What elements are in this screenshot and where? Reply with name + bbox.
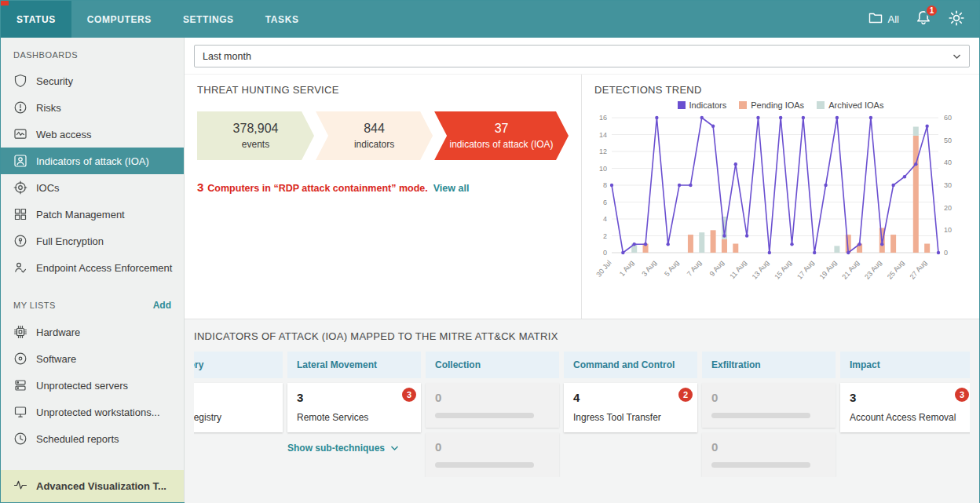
- svg-text:0: 0: [944, 249, 948, 257]
- sidebar-item-label: Scheduled reports: [36, 433, 119, 445]
- view-all-link[interactable]: View all: [433, 183, 470, 194]
- technique-count: 0: [435, 391, 550, 404]
- technique-card-account-access-removal[interactable]: 3Account Access Removal3: [840, 383, 970, 432]
- matrix-column-impact: Impact3Account Access Removal3: [840, 352, 970, 477]
- mitre-matrix-section: INDICATORS OF ATTACK (IOA) MAPPED TO THE…: [185, 319, 979, 503]
- mitre-matrix-title: INDICATORS OF ATTACK (IOA) MAPPED TO THE…: [194, 330, 970, 342]
- folder-icon: [868, 10, 883, 28]
- svg-text:12: 12: [599, 148, 607, 155]
- chevron-down-icon: [390, 446, 399, 451]
- show-sub-techniques-link[interactable]: Show sub-techniques: [287, 443, 421, 454]
- svg-text:10: 10: [599, 165, 607, 173]
- ioa-person-icon: [13, 154, 27, 168]
- svg-text:4: 4: [603, 215, 607, 223]
- legend-label: Indicators: [689, 100, 727, 110]
- sidebar-item-security[interactable]: Security: [1, 67, 184, 94]
- sidebar-item-advanced-visualization[interactable]: Advanced Visualization T...: [1, 470, 184, 502]
- svg-text:6: 6: [603, 199, 607, 206]
- svg-text:20: 20: [944, 204, 952, 212]
- time-range-dropdown[interactable]: Last month: [194, 45, 970, 67]
- technique-card-empty: 0: [702, 432, 836, 477]
- filter-all-button[interactable]: All: [868, 10, 899, 28]
- tab-tasks[interactable]: TASKS: [250, 1, 315, 38]
- sidebar: DASHBOARDS SecurityRisksWeb accessIndica…: [1, 38, 185, 502]
- topbar-actions: All 1: [868, 1, 979, 38]
- time-range-value: Last month: [203, 51, 251, 62]
- filter-row: Last month: [185, 38, 979, 74]
- sidebar-item-hardware[interactable]: Hardware: [1, 319, 184, 345]
- bell-icon: [915, 16, 932, 29]
- legend-item-archived-ioas[interactable]: Archived IOAs: [817, 100, 883, 110]
- technique-card-remote-services[interactable]: 3Remote Services3: [287, 383, 421, 432]
- encryption-icon: [13, 234, 27, 248]
- matrix-column-discovery: Discovery1Query Registry: [194, 352, 283, 477]
- sidebar-item-software[interactable]: Software: [1, 345, 184, 372]
- chart-legend: IndicatorsPending IOAsArchived IOAs: [594, 100, 967, 110]
- sidebar-item-unprotected-workstations[interactable]: Unprotected workstations...: [1, 399, 184, 425]
- folder-filter-label: All: [888, 13, 899, 25]
- technique-card-ingress-tool-transfer[interactable]: 4Ingress Tool Transfer2: [564, 383, 697, 432]
- svg-text:30: 30: [944, 181, 952, 189]
- ioa-count-badge: 3: [402, 388, 416, 402]
- ioa-count-badge: 2: [678, 388, 693, 402]
- web-access-icon: [13, 127, 27, 141]
- sidebar-item-risks[interactable]: Risks: [1, 94, 184, 121]
- sidebar-item-unprotected-servers[interactable]: Unprotected servers: [1, 372, 184, 399]
- svg-text:25 Aug: 25 Aug: [886, 259, 906, 281]
- sidebar-item-indicators-of-attack-ioa[interactable]: Indicators of attack (IOA): [1, 148, 184, 174]
- matrix-column-header: Discovery: [194, 352, 283, 378]
- tab-settings[interactable]: SETTINGS: [167, 1, 250, 38]
- my-lists-title: MY LISTS: [13, 301, 56, 310]
- sidebar-item-label: Software: [36, 353, 76, 365]
- risk-icon: [13, 100, 27, 115]
- funnel-stage-indicators[interactable]: 844indicators: [316, 111, 433, 160]
- sidebar-item-label: Unprotected servers: [36, 380, 128, 392]
- add-list-link[interactable]: Add: [153, 300, 171, 311]
- svg-text:11 Aug: 11 Aug: [728, 259, 748, 280]
- sidebar-item-iocs[interactable]: IOCs: [1, 174, 184, 201]
- sidebar-item-label: Endpoint Access Enforcement: [36, 262, 172, 274]
- placeholder-bar: [711, 462, 810, 468]
- sidebar-item-endpoint-access-enforcement[interactable]: Endpoint Access Enforcement: [1, 254, 184, 281]
- settings-gear-button[interactable]: [948, 9, 965, 30]
- technique-count: 1: [194, 391, 273, 404]
- svg-text:19 Aug: 19 Aug: [818, 259, 839, 281]
- sidebar-item-label: Risks: [36, 102, 61, 114]
- svg-text:3 Aug: 3 Aug: [640, 259, 657, 278]
- tab-computers[interactable]: COMPUTERS: [71, 1, 167, 38]
- legend-item-pending-ioas[interactable]: Pending IOAs: [739, 100, 804, 110]
- sidebar-item-patch-management[interactable]: Patch Management: [1, 201, 184, 228]
- my-lists-header: MY LISTS Add: [1, 292, 184, 319]
- technique-name: Remote Services: [297, 412, 411, 423]
- funnel-stage-label: indicators of attack (IOA): [450, 139, 554, 150]
- funnel-stage-indicators-of-attack-ioa[interactable]: 37indicators of attack (IOA): [434, 111, 569, 160]
- sidebar-item-scheduled-reports[interactable]: Scheduled reports: [1, 425, 184, 452]
- chevron-down-icon: [953, 51, 961, 62]
- matrix-column-header: Exfiltration: [702, 352, 836, 378]
- technique-card-query-registry[interactable]: 1Query Registry: [194, 383, 283, 432]
- technique-card-empty: 0: [426, 432, 559, 477]
- legend-swatch: [817, 101, 825, 109]
- svg-text:8: 8: [603, 181, 607, 189]
- funnel-stage-events[interactable]: 378,904events: [197, 111, 314, 160]
- detections-trend-title: DETECTIONS TREND: [594, 84, 967, 96]
- sidebar-item-web-access[interactable]: Web access: [1, 121, 184, 148]
- notifications-button[interactable]: 1: [915, 9, 932, 30]
- legend-item-indicators[interactable]: Indicators: [678, 100, 727, 110]
- funnel-stage-value: 844: [364, 122, 385, 136]
- sidebar-item-full-encryption[interactable]: Full Encryption: [1, 228, 184, 254]
- matrix-column-command-and-control: Command and Control4Ingress Tool Transfe…: [564, 352, 697, 477]
- technique-count: 0: [435, 440, 550, 454]
- matrix-column-exfiltration: Exfiltration00: [702, 352, 836, 477]
- tab-status[interactable]: STATUS: [1, 1, 71, 38]
- matrix-column-collection: Collection00: [426, 352, 559, 477]
- svg-text:23 Aug: 23 Aug: [863, 259, 883, 281]
- svg-text:21 Aug: 21 Aug: [840, 259, 861, 281]
- hardware-chip-icon: [13, 325, 27, 339]
- legend-label: Pending IOAs: [751, 100, 804, 110]
- matrix-column-header: Command and Control: [564, 352, 697, 378]
- svg-text:7 Aug: 7 Aug: [686, 259, 703, 278]
- matrix-column-header: Collection: [426, 352, 559, 378]
- placeholder-bar: [435, 413, 534, 418]
- sub-techniques-label: Show sub-techniques: [287, 443, 385, 454]
